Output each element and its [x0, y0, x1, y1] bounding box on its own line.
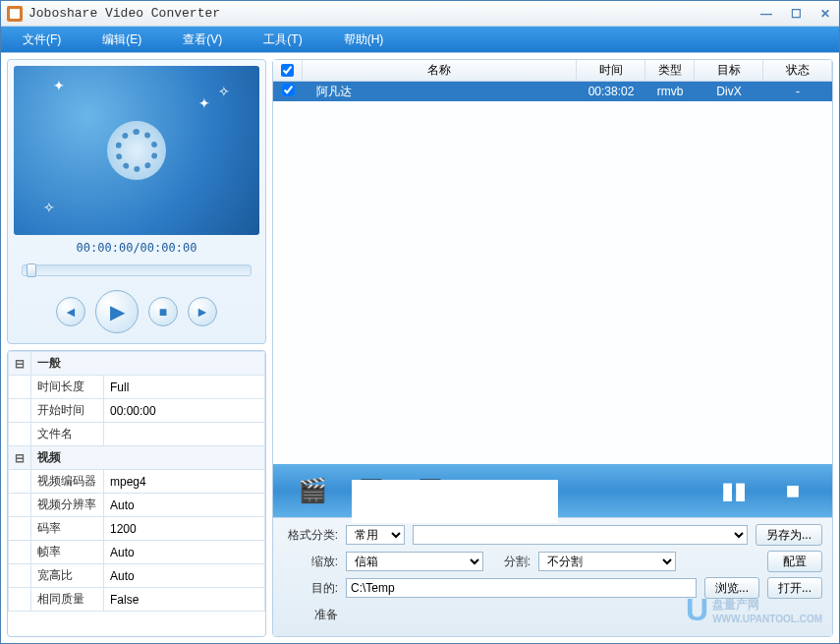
seek-thumb[interactable] [27, 263, 36, 277]
format-select[interactable] [413, 525, 748, 545]
action-bar: 🎬 🎞 🎞 ● ▮▮ ■ [273, 464, 832, 517]
app-icon [7, 6, 23, 22]
add-file-button[interactable]: 🎬 [293, 473, 332, 508]
menubar: 文件(F) 编辑(E) 查看(V) 工具(T) 帮助(H) [1, 27, 839, 52]
zoom-label: 缩放: [283, 554, 338, 570]
preview-video: ✦ ✦ ✧ ✧ [14, 66, 259, 235]
dest-label: 目的: [283, 580, 338, 597]
titlebar: Joboshare Video Converter — ☐ ✕ [1, 1, 839, 27]
header-time[interactable]: 时间 [577, 60, 645, 81]
file-status: - [763, 83, 832, 100]
ready-label: 准备 [283, 607, 338, 623]
save-as-button[interactable]: 另存为... [756, 524, 822, 546]
stop-convert-button[interactable]: ■ [773, 473, 812, 508]
prop-filename-value[interactable] [104, 423, 265, 446]
select-all-checkbox[interactable] [281, 64, 294, 77]
film-reel-icon [107, 121, 166, 180]
split-label: 分割: [491, 554, 531, 570]
close-button[interactable]: ✕ [817, 7, 833, 21]
prop-res-value[interactable]: Auto [104, 494, 265, 517]
file-row-checkbox[interactable] [282, 84, 295, 96]
file-name: 阿凡达 [303, 82, 577, 102]
seek-bar[interactable] [22, 264, 252, 276]
window-title: Joboshare Video Converter [28, 6, 758, 21]
prop-duration-label: 时间长度 [31, 376, 104, 399]
file-row[interactable]: 阿凡达 00:38:02 rmvb DivX - [273, 82, 832, 101]
prop-aspect-label: 宽高比 [31, 564, 104, 588]
prop-codec-label: 视频编码器 [31, 470, 104, 494]
prop-start-value[interactable]: 00:00:00 [104, 399, 265, 423]
header-name[interactable]: 名称 [303, 60, 577, 81]
header-target[interactable]: 目标 [695, 60, 763, 81]
file-target: DivX [695, 83, 763, 100]
prop-bitrate-value[interactable]: 1200 [104, 517, 265, 541]
overlay-block [352, 480, 558, 523]
menu-file[interactable]: 文件(F) [3, 28, 81, 52]
stop-button[interactable]: ■ [148, 297, 178, 326]
zoom-select[interactable]: 信箱 [346, 552, 483, 571]
collapse-general[interactable]: ⊟ [9, 352, 31, 376]
menu-help[interactable]: 帮助(H) [324, 28, 404, 52]
file-table-header: 名称 时间 类型 目标 状态 [273, 60, 832, 82]
header-type[interactable]: 类型 [645, 60, 695, 81]
file-time: 00:38:02 [577, 83, 645, 100]
open-button[interactable]: 打开... [767, 577, 822, 599]
collapse-video[interactable]: ⊟ [9, 446, 31, 470]
format-label: 格式分类: [283, 527, 338, 544]
prop-duration-value[interactable]: Full [104, 376, 265, 399]
prop-res-label: 视频分辨率 [31, 494, 104, 517]
settings-area: 格式分类: 常用 另存为... 缩放: 信箱 分割: 不分割 配置 目的: 浏览… [273, 517, 832, 636]
section-video: 视频 [31, 446, 265, 470]
prop-codec-value[interactable]: mpeg4 [104, 470, 265, 494]
properties-panel: ⊟一般 时间长度Full 开始时间00:00:00 文件名 ⊟视频 视频编码器m… [7, 350, 266, 637]
prop-extra-value[interactable]: False [104, 588, 265, 612]
preview-panel: ✦ ✦ ✧ ✧ 00:00:00/00:00:00 ◄ ▶ ■ ► [7, 59, 266, 344]
prev-button[interactable]: ◄ [56, 297, 85, 326]
section-general: 一般 [31, 352, 265, 376]
pause-button[interactable]: ▮▮ [714, 473, 754, 508]
time-display: 00:00:00/00:00:00 [14, 235, 259, 261]
split-select[interactable]: 不分割 [538, 552, 676, 571]
maximize-button[interactable]: ☐ [788, 7, 804, 21]
prop-start-label: 开始时间 [31, 399, 104, 423]
prop-bitrate-label: 码率 [31, 517, 104, 541]
play-button[interactable]: ▶ [95, 290, 139, 333]
format-category-select[interactable]: 常用 [346, 525, 405, 545]
prop-aspect-value[interactable]: Auto [104, 564, 265, 588]
header-status[interactable]: 状态 [763, 60, 832, 81]
dest-input[interactable] [346, 578, 697, 598]
config-button[interactable]: 配置 [767, 551, 822, 572]
prop-fps-label: 帧率 [31, 541, 104, 564]
prop-extra-label: 相同质量 [31, 588, 104, 612]
file-list: 阿凡达 00:38:02 rmvb DivX - [273, 82, 832, 464]
menu-tools[interactable]: 工具(T) [244, 28, 321, 52]
prop-fps-value[interactable]: Auto [104, 541, 265, 564]
prop-filename-label: 文件名 [31, 423, 104, 446]
menu-view[interactable]: 查看(V) [163, 28, 242, 52]
minimize-button[interactable]: — [758, 7, 774, 21]
file-type: rmvb [645, 83, 695, 100]
menu-edit[interactable]: 编辑(E) [83, 28, 161, 52]
browse-button[interactable]: 浏览... [704, 577, 759, 599]
next-button[interactable]: ► [188, 297, 217, 326]
